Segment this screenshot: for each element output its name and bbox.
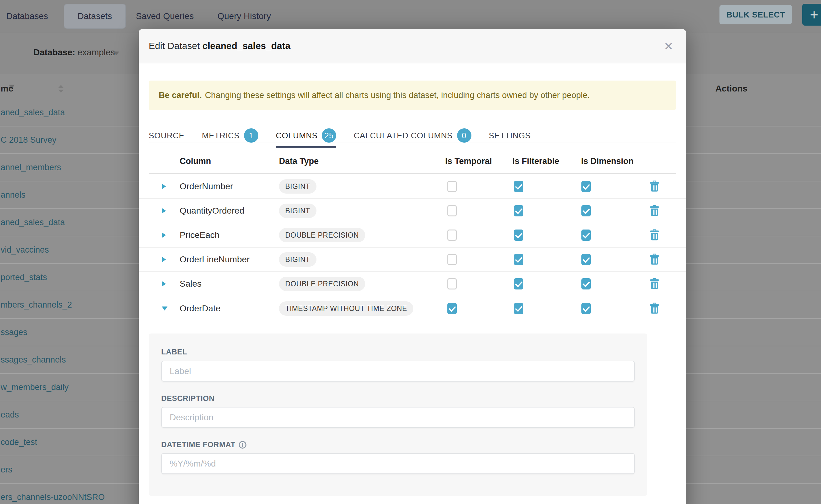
- tab-label: SOURCE: [149, 131, 184, 141]
- dataset-link[interactable]: C 2018 Survey: [0, 135, 57, 145]
- columns-count-badge: 25: [322, 128, 336, 143]
- data-type-pill: DOUBLE PRECISION: [279, 228, 365, 242]
- is-temporal-checkbox[interactable]: [448, 278, 457, 289]
- delete-column-icon[interactable]: [649, 180, 660, 193]
- sort-icon[interactable]: [58, 85, 64, 93]
- is-filterable-checkbox[interactable]: [514, 278, 523, 289]
- dataset-link[interactable]: vid_vaccines: [0, 245, 49, 255]
- metrics-count-badge: 1: [244, 128, 258, 143]
- expand-caret-icon[interactable]: [162, 232, 166, 238]
- dataset-link[interactable]: ssages: [0, 328, 27, 337]
- nav-item-query-history[interactable]: Query History: [217, 0, 271, 32]
- dataset-link[interactable]: eads: [0, 410, 19, 420]
- data-type-pill: TIMESTAMP WITHOUT TIME ZONE: [279, 301, 413, 316]
- is-dimension-checkbox[interactable]: [581, 254, 591, 265]
- is-temporal-checkbox[interactable]: [448, 303, 457, 314]
- dataset-link[interactable]: ers_channels-uzooNNtSRO: [0, 492, 105, 502]
- dataset-link[interactable]: code_test: [0, 437, 37, 447]
- tab-label: CALCULATED COLUMNS: [353, 131, 453, 141]
- label-input[interactable]: [161, 361, 635, 382]
- column-name: OrderNumber: [180, 181, 233, 191]
- nav-item-datasets-active[interactable]: Datasets: [64, 4, 126, 29]
- delete-column-icon[interactable]: [649, 302, 660, 315]
- is-dimension-checkbox[interactable]: [581, 278, 591, 289]
- modal-header: Edit Dataset cleaned_sales_data ✕: [139, 29, 686, 63]
- tab-source[interactable]: SOURCE: [149, 128, 184, 143]
- column-detail-panel: LABEL DESCRIPTION DATETIME FORMAT: [149, 334, 647, 496]
- collapse-caret-icon[interactable]: [162, 307, 167, 311]
- tab-columns[interactable]: COLUMNS25: [276, 128, 336, 143]
- expand-caret-icon[interactable]: [162, 208, 166, 214]
- is-dimension-checkbox[interactable]: [581, 230, 591, 241]
- modal-title: Edit Dataset cleaned_sales_data: [149, 41, 290, 51]
- description-input[interactable]: [161, 407, 635, 428]
- tab-label: SETTINGS: [489, 131, 531, 141]
- info-icon[interactable]: [238, 441, 247, 449]
- is-filterable-checkbox[interactable]: [514, 205, 523, 216]
- data-type-pill: BIGINT: [279, 179, 316, 194]
- expand-caret-icon[interactable]: [162, 257, 166, 262]
- tab-settings[interactable]: SETTINGS: [489, 128, 531, 143]
- dataset-link[interactable]: w_members_daily: [0, 383, 69, 392]
- is-dimension-checkbox[interactable]: [581, 205, 591, 216]
- dataset-link[interactable]: ported_stats: [0, 273, 47, 282]
- delete-column-icon[interactable]: [649, 229, 660, 241]
- expand-caret-icon[interactable]: [162, 281, 166, 287]
- header-is-dimension: Is Dimension: [581, 156, 634, 166]
- header-column: Column: [180, 156, 211, 166]
- table-row: OrderLineNumber BIGINT: [139, 248, 686, 272]
- is-filterable-checkbox[interactable]: [514, 230, 523, 241]
- tab-label: COLUMNS: [276, 131, 318, 141]
- dataset-link[interactable]: ssages_channels: [0, 355, 66, 365]
- column-name: Sales: [180, 279, 201, 289]
- is-temporal-checkbox[interactable]: [448, 181, 457, 192]
- delete-column-icon[interactable]: [649, 253, 660, 266]
- is-dimension-checkbox[interactable]: [581, 303, 591, 314]
- modal-title-dataset: cleaned_sales_data: [202, 41, 290, 51]
- add-dataset-button[interactable]: +: [802, 4, 821, 26]
- column-name: OrderLineNumber: [180, 254, 250, 264]
- chevron-down-icon[interactable]: [113, 52, 119, 55]
- dataset-link[interactable]: annel_members: [0, 163, 61, 172]
- delete-column-icon[interactable]: [649, 278, 660, 290]
- tab-calculated-columns[interactable]: CALCULATED COLUMNS0: [353, 128, 471, 143]
- warning-bold: Be careful.: [159, 91, 202, 100]
- table-row: QuantityOrdered BIGINT: [139, 199, 686, 223]
- nav-item-databases[interactable]: Databases: [6, 0, 48, 32]
- dataset-link[interactable]: annels: [0, 190, 26, 200]
- dataset-link[interactable]: ers: [0, 465, 12, 475]
- column-name: OrderDate: [180, 304, 220, 314]
- tab-metrics[interactable]: METRICS1: [202, 128, 258, 143]
- tab-label: METRICS: [202, 131, 240, 141]
- column-header-actions: Actions: [715, 84, 748, 94]
- datetime-format-input[interactable]: [161, 453, 635, 474]
- header-is-filterable: Is Filterable: [512, 156, 559, 166]
- columns-table-body: OrderNumber BIGINT QuantityOrdered BIGIN…: [139, 175, 686, 321]
- is-temporal-checkbox[interactable]: [448, 254, 457, 265]
- label-field-heading: LABEL: [161, 348, 187, 356]
- is-filterable-checkbox[interactable]: [514, 181, 523, 192]
- table-row-expanded: OrderDate TIMESTAMP WITHOUT TIME ZONE: [139, 296, 686, 321]
- edit-dataset-modal: Edit Dataset cleaned_sales_data ✕ Be car…: [139, 29, 686, 504]
- dataset-link[interactable]: aned_sales_data: [0, 108, 65, 117]
- is-filterable-checkbox[interactable]: [514, 303, 523, 314]
- nav-item-saved-queries[interactable]: Saved Queries: [136, 0, 194, 32]
- plus-icon: +: [810, 6, 819, 23]
- database-filter-value[interactable]: examples: [77, 47, 115, 57]
- header-data-type: Data Type: [279, 156, 319, 166]
- is-dimension-checkbox[interactable]: [581, 181, 591, 192]
- dataset-link[interactable]: aned_sales_data: [0, 218, 65, 227]
- is-temporal-checkbox[interactable]: [448, 205, 457, 216]
- expand-caret-icon[interactable]: [162, 184, 166, 189]
- bulk-select-button[interactable]: BULK SELECT: [720, 5, 792, 24]
- table-header-border: [149, 173, 676, 174]
- is-temporal-checkbox[interactable]: [448, 230, 457, 241]
- data-type-pill: DOUBLE PRECISION: [279, 277, 365, 291]
- column-header-name[interactable]: me: [1, 84, 13, 94]
- delete-column-icon[interactable]: [649, 205, 660, 217]
- is-filterable-checkbox[interactable]: [514, 254, 523, 265]
- close-icon[interactable]: ✕: [660, 38, 677, 55]
- table-row: OrderNumber BIGINT: [139, 175, 686, 199]
- screen: Databases Datasets Saved Queries Query H…: [0, 0, 821, 504]
- dataset-link[interactable]: mbers_channels_2: [0, 300, 72, 310]
